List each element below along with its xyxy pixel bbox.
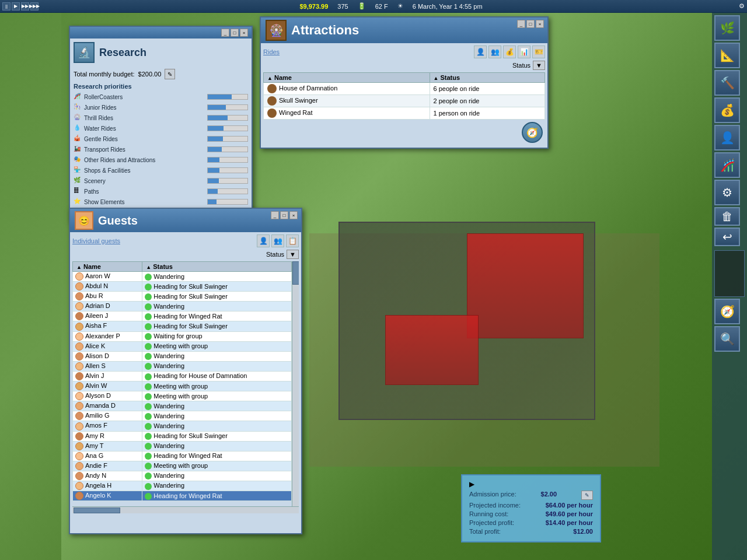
- guests-close-btn[interactable]: ×: [289, 211, 298, 219]
- guests-maximize-btn[interactable]: □: [280, 211, 288, 219]
- priority-bar-bg[interactable]: [207, 157, 248, 163]
- priority-bar-bg[interactable]: [207, 136, 248, 142]
- priority-bar-bg[interactable]: [207, 199, 248, 205]
- research-close-btn[interactable]: ×: [240, 29, 248, 37]
- attr-icon-5[interactable]: 🎫: [532, 46, 545, 58]
- list-item[interactable]: Amanda D Wandering: [73, 401, 292, 411]
- guests-icon-3[interactable]: 📋: [286, 235, 299, 247]
- guests-minimize-btn[interactable]: _: [271, 211, 279, 219]
- priority-bar-bg[interactable]: [207, 115, 248, 121]
- rs-btn-nav[interactable]: 🧭: [714, 299, 740, 324]
- guests-scrollbar-h[interactable]: [72, 506, 299, 513]
- list-item[interactable]: Aileen J Heading for Winged Rat: [73, 312, 292, 321]
- list-item[interactable]: Ana G Heading for Winged Rat: [73, 451, 292, 461]
- status-icon: [145, 403, 152, 410]
- minimap[interactable]: [714, 250, 745, 297]
- list-item[interactable]: Alexander P Waiting for group: [73, 331, 292, 341]
- priority-bar-bg[interactable]: [207, 178, 248, 184]
- list-item[interactable]: Allen S Wandering: [73, 361, 292, 371]
- priority-bar-bg[interactable]: [207, 125, 248, 131]
- list-item[interactable]: Amy T Wandering: [73, 441, 292, 451]
- rs-btn-4[interactable]: 💰: [714, 97, 740, 123]
- rs-btn-6[interactable]: 🎢: [714, 152, 740, 178]
- rs-btn-7[interactable]: ⚙: [714, 180, 740, 205]
- guests-icon-2[interactable]: 👥: [271, 235, 284, 247]
- status-icon: [145, 353, 152, 360]
- attr-col-name[interactable]: ▲ Name: [264, 73, 430, 83]
- attr-col-status[interactable]: ▲ Status: [430, 73, 544, 83]
- attractions-maximize-btn[interactable]: □: [526, 20, 535, 28]
- guests-title: Guests: [98, 214, 138, 228]
- budget-edit-btn[interactable]: ✎: [165, 69, 175, 79]
- research-maximize-btn[interactable]: □: [231, 29, 239, 37]
- list-item[interactable]: Alyson D Meeting with group: [73, 391, 292, 401]
- list-item[interactable]: Angelo K Heading for Winged Rat: [73, 491, 292, 501]
- list-item[interactable]: Amos F Wandering: [73, 421, 292, 431]
- list-item[interactable]: Aaron W Wandering: [73, 272, 292, 282]
- guests-icon-1[interactable]: 👤: [257, 235, 270, 247]
- status-icon: [145, 363, 152, 370]
- research-minimize-btn[interactable]: _: [221, 29, 229, 37]
- guest-name-cell: Ana G: [73, 451, 142, 461]
- list-item[interactable]: Andy N Wandering: [73, 471, 292, 481]
- triple-fast-button[interactable]: ▶▶▶: [30, 2, 39, 10]
- table-row[interactable]: House of Damnation 6 people on ride: [264, 83, 545, 95]
- priority-bar-bg[interactable]: [207, 167, 248, 173]
- guests-status-dropdown[interactable]: ▼: [287, 250, 299, 259]
- list-item[interactable]: Amilio G Wandering: [73, 411, 292, 421]
- rides-tab[interactable]: Rides: [263, 48, 280, 55]
- rs-btn-5[interactable]: 👤: [714, 125, 740, 150]
- guests-scrollbar-thumb[interactable]: [292, 261, 299, 285]
- guests-subtitle[interactable]: Individual guests: [72, 237, 120, 244]
- priority-bar-bg[interactable]: [207, 188, 248, 194]
- price-edit-btn[interactable]: ✎: [581, 491, 593, 500]
- guest-status-cell: Wandering: [142, 302, 292, 312]
- guests-scrollbar-v[interactable]: [292, 261, 299, 506]
- priority-bar-bg[interactable]: [207, 146, 248, 152]
- list-item[interactable]: Alvin W Meeting with group: [73, 382, 292, 391]
- table-row[interactable]: Skull Swinger 2 people on ride: [264, 95, 545, 107]
- guest-name-cell: Andy N: [73, 471, 142, 481]
- rs-btn-2[interactable]: 📐: [714, 43, 740, 68]
- attr-icon-3[interactable]: 💰: [503, 46, 516, 58]
- priority-bar-bg[interactable]: [207, 94, 248, 100]
- research-window-controls: _ □ ×: [221, 29, 248, 37]
- rs-btn-zoom[interactable]: 🔍: [714, 326, 740, 352]
- priority-bar-bg[interactable]: [207, 104, 248, 110]
- rs-btn-mini-2[interactable]: ↩: [714, 228, 740, 246]
- priority-row: 🎭 Other Rides and Attractions: [74, 155, 248, 164]
- attr-icon-2[interactable]: 👥: [488, 46, 501, 58]
- list-item[interactable]: Alvin J Heading for House of Damnation: [73, 371, 292, 381]
- list-item[interactable]: Alice K Meeting with group: [73, 341, 292, 351]
- priority-icon: ⭐: [74, 198, 82, 206]
- settings-icon[interactable]: ⚙: [739, 2, 745, 9]
- priority-icon: 🎢: [74, 93, 82, 101]
- list-item[interactable]: Amy R Heading for Skull Swinger: [73, 431, 292, 441]
- list-item[interactable]: Adrian D Wandering: [73, 302, 292, 312]
- play-button[interactable]: ▶: [12, 2, 20, 10]
- attr-icon-4[interactable]: 📊: [518, 46, 530, 58]
- running-cost-row: Running cost: $49.60 per hour: [469, 510, 593, 517]
- rs-btn-1[interactable]: 🌿: [714, 15, 740, 41]
- list-item[interactable]: Abdul N Heading for Skull Swinger: [73, 282, 292, 292]
- attr-icon-1[interactable]: 👤: [474, 46, 487, 58]
- guests-scrollbar-thumb-h[interactable]: [74, 508, 120, 513]
- fast-forward-button[interactable]: ▶▶: [21, 2, 29, 10]
- guests-col-status[interactable]: ▲ Status: [142, 262, 292, 272]
- list-item[interactable]: Angela H Wandering: [73, 481, 292, 491]
- attractions-minimize-btn[interactable]: _: [517, 20, 525, 28]
- attractions-nav-btn[interactable]: 🧭: [522, 122, 543, 143]
- rs-btn-mini-1[interactable]: 🗑: [714, 207, 740, 226]
- status-dropdown[interactable]: ▼: [533, 61, 545, 70]
- list-item[interactable]: Alison D Wandering: [73, 351, 292, 361]
- pause-button[interactable]: ||: [2, 2, 11, 10]
- priority-bar-fill: [208, 200, 217, 204]
- table-row[interactable]: Winged Rat 1 person on ride: [264, 107, 545, 120]
- list-item[interactable]: Andie F Meeting with group: [73, 461, 292, 471]
- list-item[interactable]: Abu R Heading for Skull Swinger: [73, 292, 292, 302]
- attractions-close-btn[interactable]: ×: [536, 20, 544, 28]
- priority-bar-fill: [208, 158, 219, 162]
- list-item[interactable]: Aisha F Heading for Skull Swinger: [73, 321, 292, 331]
- rs-btn-3[interactable]: 🔨: [714, 70, 740, 96]
- guests-col-name[interactable]: ▲ Name: [73, 262, 142, 272]
